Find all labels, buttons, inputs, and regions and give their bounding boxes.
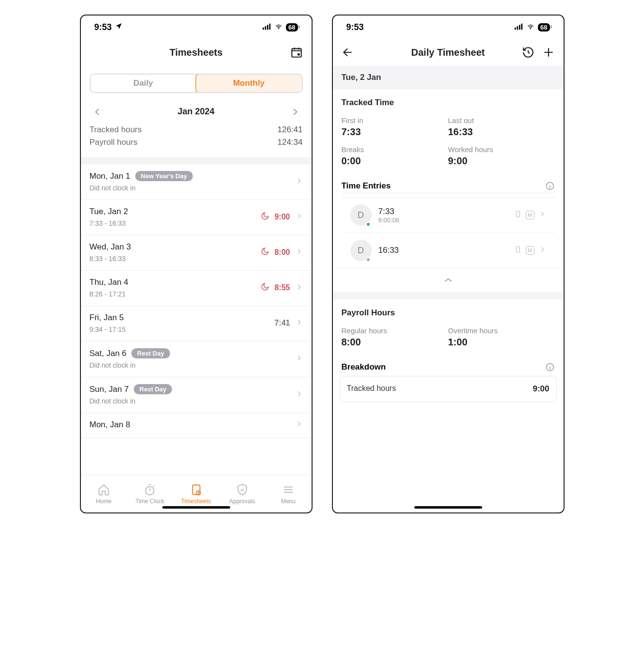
entry-row[interactable]: D 16:33 M bbox=[342, 232, 555, 268]
regular-hours-value: 8:00 bbox=[342, 337, 448, 348]
breaks-label: Breaks bbox=[342, 145, 448, 154]
add-button[interactable] bbox=[542, 46, 555, 59]
svg-point-5 bbox=[298, 54, 299, 55]
signal-icon bbox=[515, 22, 523, 32]
breakdown-value: 9:00 bbox=[533, 384, 549, 394]
chevron-right-icon bbox=[295, 248, 303, 257]
day-row[interactable]: Wed, Jan 3 8:33 - 16:33 8:00 bbox=[81, 235, 312, 271]
time-entries-heading: Time Entries bbox=[342, 181, 391, 191]
home-indicator bbox=[162, 506, 230, 509]
month-label: Jan 2024 bbox=[177, 107, 214, 117]
chevron-right-icon bbox=[295, 283, 303, 293]
entries-list: D 7:33 9:00:08 M D 16:33 M bbox=[333, 193, 564, 268]
day-badge: Rest Day bbox=[134, 384, 173, 394]
section-divider bbox=[333, 293, 564, 299]
info-icon[interactable] bbox=[545, 362, 555, 372]
day-date: Thu, Jan 4 bbox=[90, 278, 128, 287]
section-divider bbox=[81, 157, 312, 164]
next-month-button[interactable] bbox=[290, 107, 300, 117]
moon-icon bbox=[261, 247, 269, 258]
collapse-toggle[interactable] bbox=[333, 268, 564, 293]
menu-icon bbox=[282, 483, 295, 496]
svg-rect-8 bbox=[515, 27, 516, 30]
status-dot bbox=[366, 257, 371, 262]
day-date: Wed, Jan 3 bbox=[90, 242, 131, 252]
day-list: Mon, Jan 1New Year's Day Did not clock i… bbox=[81, 164, 312, 475]
header: Timesheets bbox=[81, 39, 312, 66]
svg-rect-11 bbox=[521, 23, 523, 30]
info-icon[interactable] bbox=[545, 181, 555, 191]
history-icon[interactable] bbox=[522, 46, 534, 59]
wifi-icon bbox=[526, 22, 535, 32]
timesheet-icon bbox=[190, 483, 203, 496]
segmented-control: Daily Monthly bbox=[90, 74, 303, 93]
selected-date: Tue, 2 Jan bbox=[333, 66, 564, 89]
moon-icon bbox=[261, 212, 269, 222]
day-hours: 7:41 bbox=[274, 319, 290, 327]
day-row[interactable]: Mon, Jan 1New Year's Day Did not clock i… bbox=[81, 164, 312, 200]
day-sub: 8:26 - 17:21 bbox=[90, 290, 128, 298]
avatar: D bbox=[350, 240, 372, 261]
month-navigator: Jan 2024 bbox=[81, 97, 312, 124]
breaks-value: 0:00 bbox=[342, 155, 448, 167]
day-sub: 7:33 - 16:33 bbox=[90, 219, 128, 227]
day-badge: New Year's Day bbox=[135, 171, 193, 181]
worked-label: Worked hours bbox=[448, 145, 555, 154]
moon-icon bbox=[261, 282, 269, 293]
day-date: Tue, Jan 2 bbox=[90, 207, 128, 217]
entry-time: 7:33 bbox=[378, 207, 507, 217]
avatar: D bbox=[350, 204, 372, 226]
day-row[interactable]: Fri, Jan 5 9:34 - 17:15 7:41 bbox=[81, 306, 312, 341]
svg-rect-9 bbox=[517, 26, 518, 30]
tab-home[interactable]: Home bbox=[81, 475, 127, 512]
day-sub: 8:33 - 16:33 bbox=[90, 255, 131, 263]
prev-month-button[interactable] bbox=[93, 107, 102, 117]
day-row[interactable]: Thu, Jan 4 8:26 - 17:21 8:55 bbox=[81, 271, 312, 306]
day-hours: 9:00 bbox=[274, 213, 290, 221]
day-hours: 8:00 bbox=[274, 248, 290, 257]
overtime-hours-value: 1:00 bbox=[448, 337, 555, 348]
overtime-hours-label: Overtime hours bbox=[448, 326, 555, 335]
day-row[interactable]: Sat, Jan 6Rest Day Did not clock in bbox=[81, 341, 312, 377]
status-time: 9:53 bbox=[94, 22, 112, 32]
day-date: Fri, Jan 5 bbox=[90, 313, 124, 323]
chevron-right-icon bbox=[538, 209, 546, 221]
tracked-hours-value: 126:41 bbox=[278, 125, 303, 135]
tracked-time-heading: Tracked Time bbox=[333, 89, 564, 112]
chevron-right-icon bbox=[295, 212, 303, 222]
m-badge: M bbox=[526, 246, 534, 255]
status-dot bbox=[366, 222, 371, 227]
day-row[interactable]: Mon, Jan 8 bbox=[81, 413, 312, 438]
day-row[interactable]: Tue, Jan 2 7:33 - 16:33 9:00 bbox=[81, 200, 312, 235]
svg-rect-3 bbox=[269, 23, 271, 30]
segment-daily[interactable]: Daily bbox=[91, 75, 196, 92]
svg-rect-1 bbox=[265, 26, 267, 30]
home-indicator bbox=[414, 506, 482, 509]
last-out-label: Last out bbox=[448, 116, 555, 124]
first-in-label: First in bbox=[342, 116, 448, 124]
back-button[interactable] bbox=[342, 46, 354, 59]
payroll-hours-heading: Payroll Hours bbox=[333, 299, 564, 323]
day-sub: 9:34 - 17:15 bbox=[90, 326, 126, 333]
chevron-right-icon bbox=[295, 354, 303, 364]
segment-monthly[interactable]: Monthly bbox=[195, 74, 303, 93]
header: Daily Timesheet bbox=[333, 39, 564, 66]
payroll-grid: Regular hours8:00 Overtime hours1:00 bbox=[333, 323, 564, 355]
worked-value: 9:00 bbox=[448, 155, 555, 167]
day-row[interactable]: Sun, Jan 7Rest Day Did not clock in bbox=[81, 377, 312, 413]
regular-hours-label: Regular hours bbox=[342, 326, 448, 335]
calendar-icon[interactable] bbox=[290, 46, 303, 59]
chevron-right-icon bbox=[538, 245, 546, 256]
last-out-value: 16:33 bbox=[448, 126, 555, 138]
day-hours: 8:55 bbox=[274, 283, 290, 292]
svg-rect-4 bbox=[292, 48, 301, 57]
day-date: Mon, Jan 8 bbox=[90, 420, 130, 430]
day-date: Sat, Jan 6 bbox=[90, 349, 127, 358]
tab-menu[interactable]: Menu bbox=[265, 475, 311, 512]
entry-row[interactable]: D 7:33 9:00:08 M bbox=[342, 197, 555, 232]
day-sub: Did not clock in bbox=[90, 184, 193, 192]
svg-rect-2 bbox=[267, 25, 268, 30]
svg-rect-0 bbox=[263, 27, 264, 30]
tracked-time-grid: First in7:33 Last out16:33 Breaks0:00 Wo… bbox=[333, 112, 564, 173]
battery-icon: 68 bbox=[538, 23, 550, 31]
